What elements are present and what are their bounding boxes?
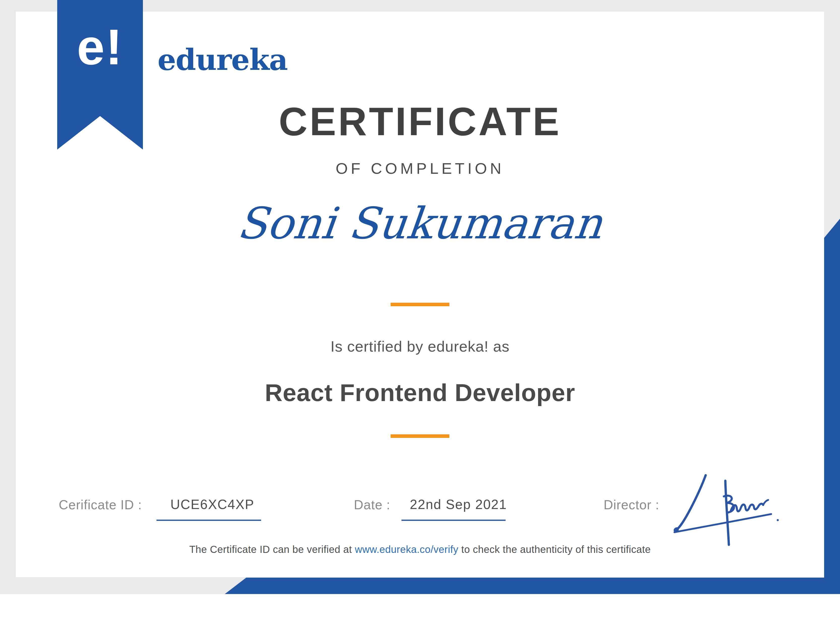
certificate-title: CERTIFICATE xyxy=(0,101,840,141)
date-value: 22nd Sep 2021 xyxy=(410,498,507,511)
date-label: Date : xyxy=(354,498,390,511)
certificate-subtitle: OF COMPLETION xyxy=(0,161,840,176)
verify-link[interactable]: www.edureka.co/verify xyxy=(355,544,458,555)
date-underline xyxy=(402,520,506,521)
brand-wordmark: edureka xyxy=(158,45,288,74)
divider-bottom xyxy=(391,434,449,438)
footer-verification-line: The Certificate ID can be verified at ww… xyxy=(0,544,840,554)
footer-text-suffix: to check the authenticity of this certif… xyxy=(458,544,651,555)
footer-text-prefix: The Certificate ID can be verified at xyxy=(189,544,355,555)
signature-icon xyxy=(668,472,783,548)
divider-top xyxy=(391,303,449,306)
course-title: React Frontend Developer xyxy=(0,381,840,405)
director-label: Director : xyxy=(604,498,659,511)
certificate-id-value: UCE6XC4XP xyxy=(170,498,254,511)
certificate-id-underline xyxy=(156,520,261,521)
certified-line: Is certified by edureka! as xyxy=(0,339,840,354)
certificate-page: e! edureka CERTIFICATE OF COMPLETION Son… xyxy=(0,0,840,620)
director-signature xyxy=(668,472,783,548)
logo-mark: e! xyxy=(57,22,143,72)
certificate-id-label: Cerificate ID : xyxy=(59,498,142,511)
recipient-name: Soni Sukumaran xyxy=(0,202,840,245)
